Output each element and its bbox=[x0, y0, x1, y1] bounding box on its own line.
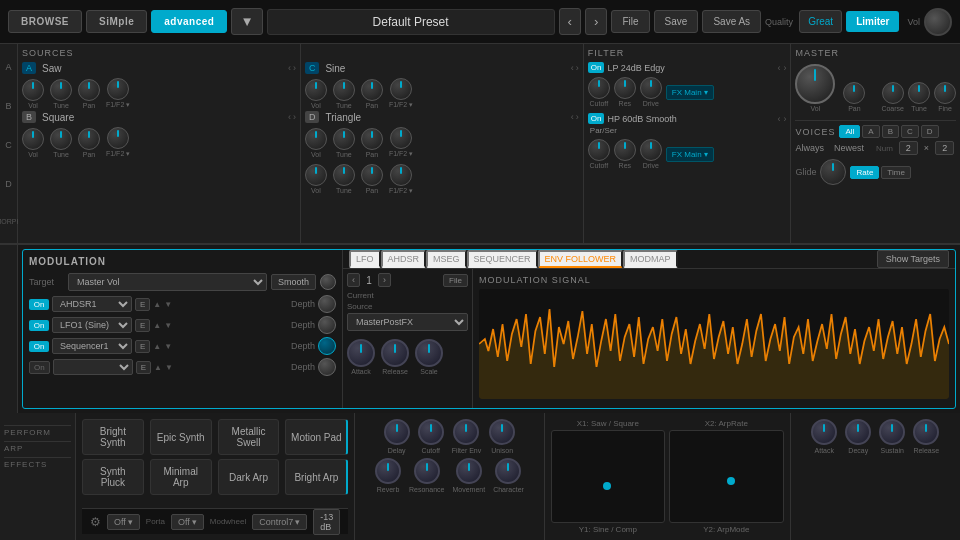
xy-pad-1[interactable] bbox=[551, 430, 665, 523]
waveform-c-next[interactable]: › bbox=[576, 63, 579, 73]
glide-knob[interactable] bbox=[820, 159, 846, 185]
reverb-knob[interactable] bbox=[375, 458, 401, 484]
delay-knob[interactable] bbox=[384, 419, 410, 445]
knob-a-vol-control[interactable] bbox=[22, 79, 44, 101]
filter2-cutoff-knob[interactable] bbox=[588, 139, 610, 161]
knob-a-tune-control[interactable] bbox=[50, 79, 72, 101]
knob-d-vol-control[interactable] bbox=[305, 128, 327, 150]
knob-morph-tune[interactable] bbox=[333, 164, 355, 186]
filter2-prev[interactable]: ‹ bbox=[777, 114, 780, 124]
vol-knob[interactable] bbox=[924, 8, 952, 36]
knob-d-f1f2-control[interactable] bbox=[390, 127, 412, 149]
mod-source-3-select[interactable]: Sequencer1 bbox=[52, 338, 132, 354]
browse-button[interactable]: BROWSE bbox=[8, 10, 82, 33]
knob-a-pan-control[interactable] bbox=[78, 79, 100, 101]
resonance-knob[interactable] bbox=[414, 458, 440, 484]
waveform-b-prev[interactable]: ‹ bbox=[288, 112, 291, 122]
filter1-drive-knob[interactable] bbox=[640, 77, 662, 99]
attack-knob[interactable] bbox=[811, 419, 837, 445]
mod-tab-mseg[interactable]: MSEG bbox=[426, 250, 467, 268]
lfo-prev[interactable]: ‹ bbox=[347, 273, 360, 287]
settings-icon[interactable]: ⚙ bbox=[90, 515, 101, 529]
sustain-knob[interactable] bbox=[879, 419, 905, 445]
fx-main-button-2[interactable]: FX Main ▾ bbox=[666, 147, 714, 162]
preset-synth-pluck[interactable]: Synth Pluck bbox=[82, 459, 144, 495]
voices-tab-d[interactable]: D bbox=[921, 125, 939, 138]
mod-smooth-button[interactable]: Smooth bbox=[271, 274, 316, 290]
knob-c-pan-control[interactable] bbox=[361, 79, 383, 101]
preset-minimal-arp[interactable]: Minimal Arp bbox=[150, 459, 212, 495]
mod-source-3-on[interactable]: On bbox=[29, 341, 49, 352]
mod-source-4-up[interactable]: ▲ bbox=[154, 363, 162, 372]
mod-source-2-up[interactable]: ▲ bbox=[153, 321, 161, 330]
voices-tab-c[interactable]: C bbox=[901, 125, 919, 138]
mod-tab-sequencer[interactable]: SEQUENCER bbox=[467, 250, 538, 268]
voices-num-val-2[interactable]: 2 bbox=[935, 141, 954, 155]
filter2-on-badge[interactable]: On bbox=[588, 113, 605, 124]
master-coarse-knob[interactable] bbox=[882, 82, 904, 104]
filter1-next[interactable]: › bbox=[783, 63, 786, 73]
mod-source-1-up[interactable]: ▲ bbox=[153, 300, 161, 309]
advanced-button[interactable]: advanced bbox=[151, 10, 227, 33]
time-button[interactable]: Time bbox=[881, 166, 910, 179]
lfo-release-knob[interactable] bbox=[381, 339, 409, 367]
preset-metallic-swell[interactable]: Metallic Swell bbox=[218, 419, 280, 455]
preset-bright-arp[interactable]: Bright Arp bbox=[285, 459, 348, 495]
filter2-next[interactable]: › bbox=[783, 114, 786, 124]
xy-pad-2[interactable] bbox=[669, 430, 783, 523]
decay-knob[interactable] bbox=[845, 419, 871, 445]
lfo-next[interactable]: › bbox=[378, 273, 391, 287]
filter2-drive-knob[interactable] bbox=[640, 139, 662, 161]
knob-b-tune-control[interactable] bbox=[50, 128, 72, 150]
filter1-cutoff-knob[interactable] bbox=[588, 77, 610, 99]
filter-env-knob[interactable] bbox=[453, 419, 479, 445]
preset-dropdown-arrow[interactable]: ▼ bbox=[231, 8, 262, 35]
lfo-attack-knob[interactable] bbox=[347, 339, 375, 367]
waveform-c-prev[interactable]: ‹ bbox=[571, 63, 574, 73]
lfo-source-select[interactable]: MasterPostFX bbox=[347, 313, 468, 331]
save-as-button[interactable]: Save As bbox=[702, 10, 761, 33]
mod-source-4-depth-knob[interactable] bbox=[318, 358, 336, 376]
mod-source-1-on[interactable]: On bbox=[29, 299, 49, 310]
knob-b-vol-control[interactable] bbox=[22, 128, 44, 150]
filter1-prev[interactable]: ‹ bbox=[777, 63, 780, 73]
release-knob[interactable] bbox=[913, 419, 939, 445]
mod-tab-env-follower[interactable]: ENV FOLLOWER bbox=[538, 250, 624, 268]
mod-source-1-select[interactable]: AHDSR1 bbox=[52, 296, 132, 312]
fx-main-button-1[interactable]: FX Main ▾ bbox=[666, 85, 714, 100]
waveform-d-prev[interactable]: ‹ bbox=[571, 112, 574, 122]
filter2-res-knob[interactable] bbox=[614, 139, 636, 161]
mod-target-select[interactable]: Master Vol bbox=[68, 273, 267, 291]
next-preset-button[interactable]: › bbox=[585, 8, 607, 35]
knob-b-f1f2-control[interactable] bbox=[107, 127, 129, 149]
waveform-d-next[interactable]: › bbox=[576, 112, 579, 122]
movement-knob[interactable] bbox=[456, 458, 482, 484]
show-targets-button[interactable]: Show Targets bbox=[877, 250, 949, 268]
master-vol-knob[interactable] bbox=[795, 64, 835, 104]
lfo-scale-knob[interactable] bbox=[415, 339, 443, 367]
waveform-a-prev[interactable]: ‹ bbox=[288, 63, 291, 73]
lfo-file-button[interactable]: File bbox=[443, 274, 468, 287]
file-button[interactable]: File bbox=[611, 10, 649, 33]
mod-source-3-depth-knob[interactable] bbox=[318, 337, 336, 355]
preset-motion-pad[interactable]: Motion Pad bbox=[285, 419, 348, 455]
knob-c-vol-control[interactable] bbox=[305, 79, 327, 101]
knob-c-tune-control[interactable] bbox=[333, 79, 355, 101]
waveform-a-next[interactable]: › bbox=[293, 63, 296, 73]
filter1-on-badge[interactable]: On bbox=[588, 62, 605, 73]
mod-source-2-select[interactable]: LFO1 (Sine) bbox=[52, 317, 132, 333]
prev-preset-button[interactable]: ‹ bbox=[559, 8, 581, 35]
master-pan-knob[interactable] bbox=[843, 82, 865, 104]
knob-morph-vol[interactable] bbox=[305, 164, 327, 186]
mod-source-2-e[interactable]: E bbox=[135, 319, 150, 332]
knob-d-pan-control[interactable] bbox=[361, 128, 383, 150]
voices-tab-all[interactable]: All bbox=[839, 125, 860, 138]
save-button[interactable]: Save bbox=[654, 10, 699, 33]
knob-d-tune-control[interactable] bbox=[333, 128, 355, 150]
master-tune-knob[interactable] bbox=[908, 82, 930, 104]
midi-dropdown[interactable]: Control7▾ bbox=[252, 514, 307, 530]
polyphony-2-dropdown[interactable]: Off▾ bbox=[171, 514, 204, 530]
voices-tab-a[interactable]: A bbox=[862, 125, 879, 138]
voices-num-val-1[interactable]: 2 bbox=[899, 141, 918, 155]
mod-source-3-up[interactable]: ▲ bbox=[153, 342, 161, 351]
